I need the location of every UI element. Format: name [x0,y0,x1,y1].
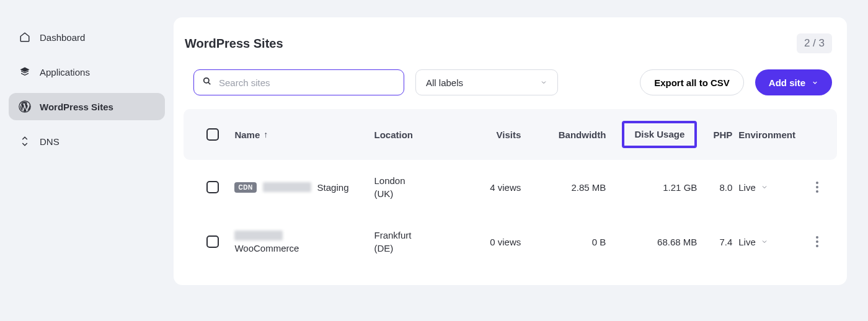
home-icon [19,31,31,43]
location-city: London [374,174,459,187]
page-title: WordPress Sites [185,37,283,51]
page-header: WordPress Sites 2 / 3 [184,33,837,53]
table-row: WooCommerce Frankfurt (DE) 0 views 0 B 6… [184,214,837,269]
php-cell: 7.4 [702,237,732,247]
column-disk-usage[interactable]: Disk Usage [611,121,702,148]
labels-select-value: All labels [426,77,463,88]
row-actions-menu[interactable] [805,236,830,247]
column-php[interactable]: PHP [702,130,732,140]
dns-icon [19,135,31,147]
php-cell: 8.0 [702,182,732,193]
site-name-cell[interactable]: CDN Staging [234,182,374,193]
row-checkbox[interactable] [206,181,219,193]
table-header: Name ↑ Location Visits Bandwidth Disk Us… [184,109,837,160]
sidebar-item-label: Applications [40,67,90,77]
row-actions-menu[interactable] [805,182,830,193]
app-layout: Dashboard Applications WordPress Sites D… [0,0,868,321]
column-name-label: Name [234,130,260,140]
environment-value: Live [738,237,756,247]
search-icon [203,77,211,88]
column-name[interactable]: Name ↑ [234,130,374,140]
sidebar-item-applications[interactable]: Applications [9,58,165,86]
content-card: WordPress Sites 2 / 3 All labels [174,17,847,285]
cdn-badge: CDN [234,182,256,193]
controls-row: All labels Export all to CSV Add site [184,69,837,95]
chevron-down-icon [540,77,547,88]
select-all-checkbox[interactable] [206,128,219,141]
site-name-suffix: Staging [317,182,349,193]
chevron-down-icon [812,77,818,88]
redacted-name [263,182,311,192]
search-input-wrap[interactable] [193,69,404,95]
sidebar-item-dns[interactable]: DNS [9,128,165,155]
sidebar-item-label: WordPress Sites [40,102,113,112]
sidebar-item-label: Dashboard [40,32,85,43]
wordpress-icon [19,100,31,113]
sort-ascending-icon: ↑ [264,130,268,139]
add-site-button[interactable]: Add site [755,69,832,95]
svg-point-1 [204,78,209,83]
environment-value: Live [738,182,756,193]
location-country: (UK) [374,187,459,200]
chevron-down-icon [761,237,768,247]
location-country: (DE) [374,242,459,255]
sidebar-item-label: DNS [40,136,60,147]
column-environment[interactable]: Environment [732,130,805,140]
svg-line-2 [208,82,211,85]
add-site-label: Add site [769,77,805,88]
sidebar-item-wordpress-sites[interactable]: WordPress Sites [9,93,165,120]
location-city: Frankfurt [374,229,459,242]
export-csv-button[interactable]: Export all to CSV [640,69,744,95]
disk-cell: 68.68 MB [611,237,702,247]
sidebar: Dashboard Applications WordPress Sites D… [0,0,174,321]
search-input[interactable] [219,77,395,88]
environment-select[interactable]: Live [738,182,805,193]
labels-select[interactable]: All labels [415,69,558,95]
environment-select[interactable]: Live [738,237,805,247]
site-name-cell[interactable]: WooCommerce [234,231,374,253]
chevron-down-icon [761,182,768,193]
redacted-name [234,231,283,240]
site-name-suffix: WooCommerce [234,243,299,253]
table-row: CDN Staging London (UK) 4 views 2.85 MB … [184,160,837,214]
bandwidth-cell: 2.85 MB [526,182,611,193]
layers-icon [19,66,31,78]
main-content: WordPress Sites 2 / 3 All labels [174,0,868,321]
site-count-badge: 2 / 3 [797,33,832,53]
visits-cell: 0 views [459,237,526,247]
bandwidth-cell: 0 B [526,237,611,247]
column-bandwidth[interactable]: Bandwidth [526,130,611,140]
disk-cell: 1.21 GB [611,182,702,193]
location-cell: London (UK) [374,174,459,200]
location-cell: Frankfurt (DE) [374,229,459,255]
column-visits[interactable]: Visits [459,130,526,140]
visits-cell: 4 views [459,182,526,193]
sites-table: Name ↑ Location Visits Bandwidth Disk Us… [184,109,837,269]
row-checkbox[interactable] [206,235,219,248]
column-location[interactable]: Location [374,130,459,140]
sidebar-item-dashboard[interactable]: Dashboard [9,24,165,51]
column-disk-usage-label: Disk Usage [622,121,697,148]
